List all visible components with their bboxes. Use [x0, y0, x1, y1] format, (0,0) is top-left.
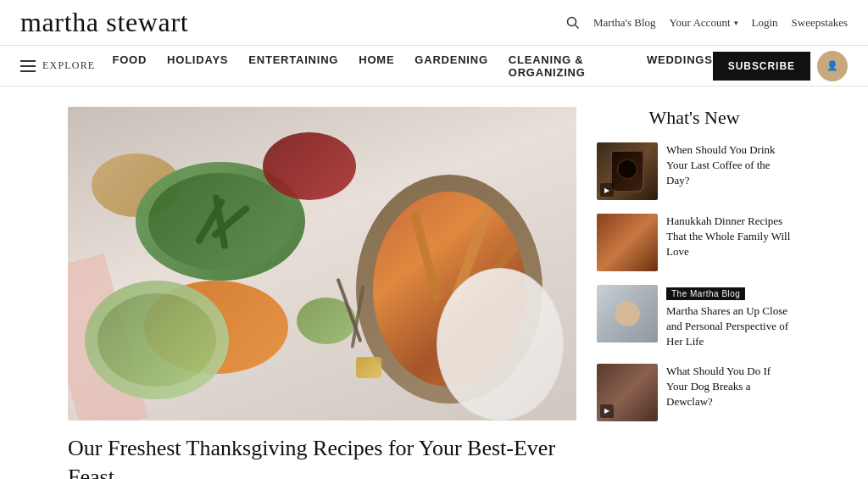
nav-home[interactable]: HOME	[359, 53, 394, 79]
sidebar-thumb-hanukkah	[597, 214, 658, 271]
your-account-dropdown[interactable]: Your Account ▾	[670, 16, 738, 30]
svg-line-1	[576, 25, 579, 28]
sidebar-title-dog: What Should You Do If Your Dog Breaks a …	[666, 364, 792, 410]
login-link[interactable]: Login	[752, 16, 778, 30]
sidebar-item-hanukkah[interactable]: Hanukkah Dinner Recipes That the Whole F…	[597, 214, 792, 271]
hero-text: Our Freshest Thanksgiving Recipes for Yo…	[68, 434, 576, 479]
nav-holidays[interactable]: HOLIDAYS	[167, 53, 228, 79]
sidebar-text-dog: What Should You Do If Your Dog Breaks a …	[666, 364, 792, 410]
nav-weddings[interactable]: WEDDINGS	[647, 53, 713, 79]
search-button[interactable]	[566, 16, 580, 30]
sidebar-thumb-martha	[597, 285, 658, 343]
top-nav: Martha's Blog Your Account ▾ Login Sweep…	[566, 16, 848, 30]
subscribe-button[interactable]: SUBSCRIBE	[713, 52, 810, 81]
explore-label[interactable]: EXPLORE	[42, 59, 95, 72]
play-icon-coffee: ▶	[600, 183, 614, 197]
hamburger-line-1	[20, 60, 36, 62]
sidebar-title-martha: Martha Shares an Up Close and Personal P…	[666, 304, 792, 350]
avatar-image: 👤	[826, 60, 838, 71]
plate-white	[437, 268, 564, 421]
nav-food[interactable]: FOOD	[112, 53, 147, 79]
play-icon-dog: ▶	[600, 404, 614, 418]
hero-section: Our Freshest Thanksgiving Recipes for Yo…	[68, 107, 576, 479]
sidebar-text-hanukkah: Hanukkah Dinner Recipes That the Whole F…	[666, 214, 792, 260]
hamburger-line-2	[20, 65, 36, 67]
nav-entertaining[interactable]: ENTERTAINING	[248, 53, 338, 79]
search-icon	[566, 16, 580, 30]
whats-new-heading: What's New	[597, 107, 792, 129]
avatar[interactable]: 👤	[817, 51, 848, 81]
sidebar-item-dog[interactable]: ▶ What Should You Do If Your Dog Breaks …	[597, 364, 792, 421]
hero-image[interactable]	[68, 107, 576, 421]
sidebar-title-coffee: When Should You Drink Your Last Coffee o…	[666, 142, 792, 189]
sidebar-title-hanukkah: Hanukkah Dinner Recipes That the Whole F…	[666, 214, 792, 260]
sweepstakes-link[interactable]: Sweepstakes	[792, 16, 848, 30]
hanukkah-image	[597, 214, 658, 271]
martha-image	[597, 285, 658, 343]
sidebar: What's New ▶ When Should You Drink Your …	[597, 107, 792, 479]
sidebar-item-martha[interactable]: The Martha Blog Martha Shares an Up Clos…	[597, 285, 792, 350]
bowl-pomegranate	[263, 132, 356, 200]
sidebar-item-coffee[interactable]: ▶ When Should You Drink Your Last Coffee…	[597, 142, 792, 200]
your-account-label: Your Account	[670, 16, 731, 30]
sidebar-text-coffee: When Should You Drink Your Last Coffee o…	[666, 142, 792, 189]
svg-point-0	[568, 17, 576, 25]
nav-links: FOOD HOLIDAYS ENTERTAINING HOME GARDENIN…	[112, 53, 712, 79]
top-bar: martha stewart Martha's Blog Your Accoun…	[0, 0, 868, 46]
hamburger-line-3	[20, 70, 36, 72]
martha-blog-badge: The Martha Blog	[666, 287, 745, 300]
plate-salad	[85, 281, 229, 399]
sidebar-thumb-coffee: ▶	[597, 142, 658, 200]
sidebar-text-martha: The Martha Blog Martha Shares an Up Clos…	[666, 285, 792, 350]
site-logo: martha stewart	[20, 7, 188, 38]
nav-cleaning[interactable]: CLEANING & ORGANIZING	[509, 53, 626, 79]
hero-title[interactable]: Our Freshest Thanksgiving Recipes for Yo…	[68, 434, 576, 479]
main-content: Our Freshest Thanksgiving Recipes for Yo…	[0, 86, 868, 479]
sidebar-thumb-dog: ▶	[597, 364, 658, 421]
marthas-blog-link[interactable]: Martha's Blog	[593, 16, 655, 30]
hamburger-menu[interactable]	[20, 60, 36, 72]
nav-gardening[interactable]: GARDENING	[415, 53, 487, 79]
cup-gold	[356, 357, 381, 378]
chevron-down-icon: ▾	[734, 19, 738, 27]
main-nav: EXPLORE FOOD HOLIDAYS ENTERTAINING HOME …	[0, 46, 868, 86]
